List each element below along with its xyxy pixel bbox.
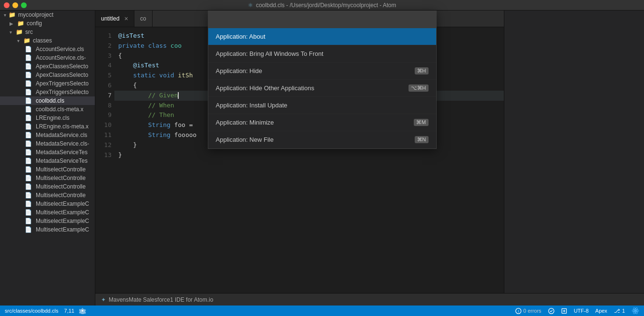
list-item[interactable]: 📄ApexTriggersSelecto — [0, 79, 95, 88]
command-search-input[interactable] — [208, 11, 436, 28]
command-palette: Application: About Application: Bring Al… — [208, 11, 437, 149]
list-item[interactable]: 📄AccountService.cls- — [0, 53, 95, 62]
file-icon: 📄 — [25, 123, 32, 130]
window-title: ⚛ coolbdd.cls - /Users/jordi/Desktop/myc… — [248, 2, 396, 9]
file-icon: 📄 — [25, 158, 32, 164]
cmd-item-new-file[interactable]: Application: New File ⌘N — [208, 131, 436, 148]
file-icon: 📄 — [25, 89, 32, 95]
cmd-item-about[interactable]: Application: About — [208, 28, 436, 45]
language: Apex — [595, 308, 607, 314]
list-item[interactable]: 📄MetadataServiceTes — [0, 157, 95, 165]
statusbar-left: src/classes/coolbdd.cls 7,11 — [5, 307, 86, 314]
list-item[interactable]: 📄LREngine.cls — [0, 114, 95, 122]
list-item[interactable]: 📄MetadataServiceTes — [0, 148, 95, 157]
cmd-item-hide-other[interactable]: Application: Hide Other Applications ⌥⌘H — [208, 80, 436, 97]
settings-icon[interactable] — [79, 307, 86, 314]
shortcut: ⌘M — [414, 119, 428, 126]
shortcut: ⌘N — [415, 136, 429, 143]
file-icon: 📄 — [25, 218, 32, 224]
file-icon: 📄 — [25, 149, 32, 156]
encoding: UTF-8 — [574, 308, 589, 314]
file-icon: 📄 — [25, 140, 32, 147]
right-panel — [504, 11, 644, 316]
list-item[interactable]: 📄LREngine.cls-meta.x — [0, 122, 95, 131]
list-item[interactable]: 📄MultiselectControlle — [0, 174, 95, 182]
shortcut: ⌥⌘H — [409, 84, 429, 92]
git-branch: ⎇ 1 — [614, 308, 625, 314]
tab-coolbdd[interactable]: co — [134, 10, 153, 27]
git-icon: ⎇ — [614, 308, 620, 314]
file-icon: 📄 — [25, 175, 32, 181]
cmd-item-hide[interactable]: Application: Hide ⌘H — [208, 63, 436, 80]
file-icon: 📄 — [25, 97, 32, 104]
sidebar-tree: ▶ 📁 config ▾ 📁 src ▾ 📁 classes 📄AccountS… — [0, 19, 95, 234]
titlebar: ⚛ coolbdd.cls - /Users/jordi/Desktop/myc… — [0, 0, 644, 11]
folder-icon: 📁 — [23, 37, 31, 44]
list-item[interactable]: 📄ApexTriggersSelecto — [0, 88, 95, 96]
statusbar-right: ! 0 errors UTF-8 Apex ⎇ 1 — [515, 307, 639, 315]
list-item[interactable]: 📄MultiselectControlle — [0, 191, 95, 200]
cmd-item-minimize[interactable]: Application: Minimize ⌘M — [208, 114, 436, 131]
list-item[interactable]: 📄MetadataService.cls — [0, 131, 95, 139]
sidebar-item-config[interactable]: ▶ 📁 config — [0, 19, 95, 28]
sync-icon[interactable] — [561, 308, 567, 314]
statusbar: src/classes/coolbdd.cls 7,11 ! 0 errors — [0, 305, 644, 316]
line-numbers: 1 2 3 4 5 6 7 8 9 10 11 12 13 — [95, 27, 114, 316]
status-icon[interactable] — [548, 308, 554, 314]
file-icon: 📄 — [25, 209, 32, 216]
folder-icon: 📁 — [16, 29, 23, 35]
minimize-button[interactable] — [12, 2, 18, 8]
tab-untitled[interactable]: untitled × — [95, 10, 134, 27]
sidebar: ▾ 📁 mycoolproject ▶ 📁 config ▾ 📁 src ▾ 📁… — [0, 11, 95, 316]
list-item[interactable]: 📄MultiselectExampleC — [0, 225, 95, 234]
sidebar-item-coolbdd[interactable]: 📄coolbdd.cls — [0, 96, 95, 105]
cmd-item-install[interactable]: Application: Install Update — [208, 97, 436, 114]
sidebar-item-src[interactable]: ▾ 📁 src — [0, 28, 95, 36]
list-item[interactable]: 📄MultiselectControlle — [0, 165, 95, 174]
sidebar-item-classes[interactable]: ▾ 📁 classes — [0, 36, 95, 45]
arrow-icon: ▾ — [10, 30, 12, 35]
file-icon: 📄 — [25, 192, 32, 199]
file-icon: 📄 — [25, 72, 32, 78]
list-item[interactable]: 📄MultiselectExampleC — [0, 217, 95, 225]
tab-close-untitled[interactable]: × — [124, 15, 128, 22]
list-item[interactable]: 📄coolbdd.cls-meta.x — [0, 105, 95, 114]
svg-point-7 — [634, 310, 636, 312]
file-path: src/classes/coolbdd.cls 7,11 — [5, 308, 74, 314]
arrow-icon: ▾ — [17, 38, 20, 43]
list-item[interactable]: 📄MultiselectExampleC — [0, 208, 95, 217]
maximize-button[interactable] — [21, 2, 27, 8]
shortcut: ⌘H — [415, 67, 429, 74]
traffic-lights — [4, 2, 27, 8]
file-icon: 📄 — [25, 132, 32, 138]
atom-icon: ⚛ — [248, 2, 253, 9]
list-item[interactable]: 📄MultiselectExampleC — [0, 200, 95, 208]
list-item[interactable]: 📄AccountService.cls — [0, 45, 95, 53]
file-icon: 📄 — [25, 200, 32, 207]
close-button[interactable] — [4, 2, 10, 8]
svg-text:!: ! — [518, 309, 519, 313]
list-item[interactable]: 📄MetadataService.cls- — [0, 139, 95, 148]
file-icon: 📄 — [25, 183, 32, 190]
file-icon: 📄 — [25, 63, 32, 70]
file-icon: 📄 — [25, 106, 32, 113]
file-icon: 📄 — [25, 226, 32, 233]
folder-arrow: ▾ — [4, 12, 6, 18]
file-icon: 📄 — [25, 80, 32, 87]
file-icon: 📄 — [25, 115, 32, 121]
list-item[interactable]: 📄ApexClassesSelecto — [0, 71, 95, 79]
arrow-icon: ▶ — [10, 21, 13, 26]
project-root[interactable]: ▾ 📁 mycoolproject — [0, 11, 95, 19]
atom-logo — [632, 307, 639, 315]
list-item[interactable]: 📄MultiselectControlle — [0, 182, 95, 191]
folder-icon: 📁 — [9, 11, 16, 18]
file-icon: 📄 — [25, 54, 32, 61]
file-icon: 📄 — [25, 46, 32, 53]
list-item[interactable]: 📄ApexClassesSelecto — [0, 62, 95, 71]
mavens-icon: ✦ — [101, 296, 106, 303]
mavens-bar: ✦ MavensMate Salesforce1 IDE for Atom.io — [95, 293, 644, 305]
cmd-item-bring-all[interactable]: Application: Bring All Windows To Front — [208, 45, 436, 63]
file-icon: 📄 — [25, 166, 32, 173]
errors-count[interactable]: ! 0 errors — [515, 308, 542, 314]
folder-icon: 📁 — [17, 20, 24, 27]
